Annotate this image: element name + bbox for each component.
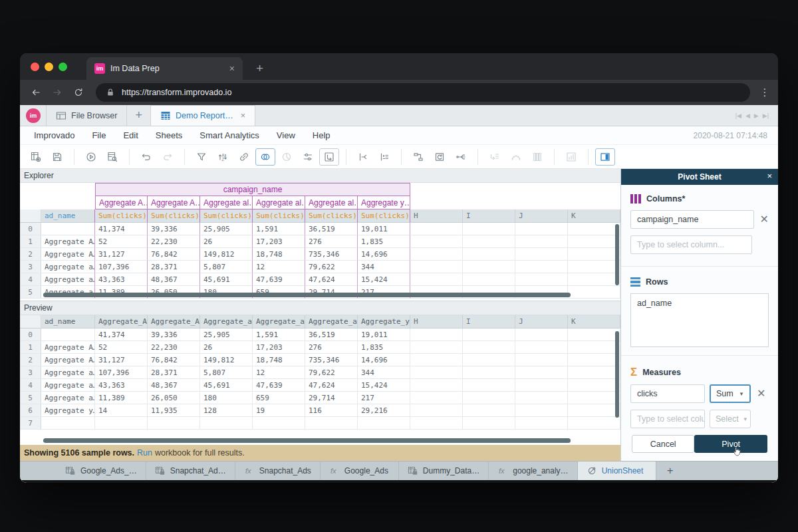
cell-empty[interactable] [568, 404, 620, 417]
close-window-button[interactable] [31, 63, 39, 71]
cell-empty[interactable] [410, 248, 463, 261]
column-letter-header[interactable]: K [568, 209, 620, 223]
cell-value[interactable]: 17,203 [253, 235, 305, 248]
cell-value[interactable]: 22,230 [148, 235, 200, 248]
menu-item-edit[interactable]: Edit [114, 130, 146, 140]
cell-value[interactable]: 29,216 [358, 404, 410, 417]
measure-field-input[interactable]: clicks [630, 384, 705, 403]
cell-value[interactable]: 31,127 [95, 248, 148, 261]
row-number[interactable]: 1 [20, 341, 41, 354]
cell-empty[interactable] [410, 235, 463, 248]
sheet-tab-google_ads[interactable]: fx Google_Ads [321, 462, 399, 480]
cell-empty[interactable] [410, 329, 463, 341]
cell-value[interactable]: 14 [95, 404, 148, 417]
cell-ad-name[interactable]: Aggregate a… [41, 379, 95, 392]
pivot-column-header[interactable]: Aggregate y… [358, 196, 410, 209]
split-icon[interactable] [353, 148, 373, 166]
cell-empty[interactable] [463, 404, 515, 417]
cell-ad-name[interactable]: Aggregate a… [41, 273, 95, 286]
cell-value[interactable] [148, 417, 200, 430]
cell-empty[interactable] [515, 223, 568, 235]
cell-empty[interactable] [463, 392, 515, 404]
column-letter-header[interactable]: J [515, 209, 568, 223]
menu-item-smart-analytics[interactable]: Smart Analytics [191, 130, 268, 140]
row-number[interactable]: 4 [20, 379, 41, 392]
cell-empty[interactable] [515, 354, 568, 366]
horizontal-scrollbar[interactable] [43, 438, 571, 443]
cell-empty[interactable] [463, 261, 515, 273]
cell-value[interactable]: 12 [253, 366, 305, 379]
cell-value[interactable]: 5,807 [200, 261, 253, 273]
cell-value[interactable]: 11,389 [95, 392, 148, 404]
row-number[interactable]: 4 [20, 273, 41, 286]
add-sheet-icon[interactable] [26, 148, 46, 166]
cell-empty[interactable] [463, 354, 515, 366]
cell-empty[interactable] [410, 417, 463, 430]
cell-empty[interactable] [515, 366, 568, 379]
cell-value[interactable]: 14,696 [358, 248, 410, 261]
row-number[interactable]: 6 [20, 404, 41, 417]
menu-item-file[interactable]: File [83, 130, 114, 140]
cell-empty[interactable] [410, 273, 463, 286]
preview-search-icon[interactable] [102, 148, 122, 166]
cell-empty[interactable] [568, 248, 620, 261]
cell-value[interactable]: 18,748 [253, 248, 305, 261]
pivot-column-header[interactable]: Aggregate A… [95, 196, 148, 209]
aggregation-select-disabled[interactable]: Select ▼ [710, 410, 751, 428]
tab-close-icon[interactable]: × [229, 63, 235, 74]
cell-value[interactable]: 344 [358, 261, 410, 273]
tab-file-browser[interactable]: File Browser [46, 105, 127, 126]
browser-menu-icon[interactable]: ⋮ [758, 86, 771, 98]
sheet-tab-snapchat_ad[interactable]: Snapchat_Ad… [146, 462, 235, 480]
add-measure-input[interactable]: Type to select column... [630, 410, 705, 428]
menu-item-improvado[interactable]: Improvado [25, 130, 83, 140]
column-letter-header[interactable]: H [410, 315, 463, 329]
cell-value[interactable]: 26 [200, 235, 253, 248]
cell-value[interactable]: 31,127 [95, 354, 148, 366]
cell-value[interactable]: 19 [253, 404, 305, 417]
add-workbook-tab-button[interactable]: + [127, 108, 150, 122]
cell-value[interactable]: 276 [305, 235, 358, 248]
cell-empty[interactable] [410, 379, 463, 392]
cell-empty[interactable] [568, 273, 620, 286]
cell-empty[interactable] [568, 286, 620, 299]
explorer-grid[interactable]: campaign_nameAggregate A…Aggregate A…Agg… [20, 183, 620, 301]
cell-value[interactable]: 25,905 [200, 223, 253, 235]
merge-icon[interactable] [451, 148, 471, 166]
address-bar[interactable]: https://transform.improvado.io [96, 83, 750, 102]
sheet-tab-unionsheet[interactable]: UnionSheet [578, 462, 656, 480]
preview-column-header[interactable]: Aggregate_a… [253, 315, 305, 329]
sort-icon[interactable]: AZ [213, 148, 233, 166]
vertical-scrollbar[interactable] [615, 331, 619, 418]
cell-empty[interactable] [568, 366, 620, 379]
cell-value[interactable]: 48,367 [148, 379, 200, 392]
union-icon[interactable] [255, 148, 275, 166]
cell-empty[interactable] [463, 417, 515, 430]
column-letter-header[interactable]: I [463, 315, 515, 329]
cell-empty[interactable] [463, 248, 515, 261]
cell-value[interactable]: 47,639 [253, 379, 305, 392]
cell-empty[interactable] [410, 261, 463, 273]
column-letter-header[interactable]: K [568, 315, 620, 329]
preview-column-header[interactable]: Aggregate_a… [200, 315, 253, 329]
measure-header[interactable]: Sum(clicks) [305, 209, 358, 223]
cell-empty[interactable] [515, 341, 568, 354]
cell-empty[interactable] [463, 341, 515, 354]
cell-value[interactable]: 39,336 [148, 329, 200, 341]
browser-tab[interactable]: im Im Data Prep × [86, 57, 243, 80]
cell-empty[interactable] [410, 354, 463, 366]
tab-nav-arrow[interactable]: ◀ [745, 112, 750, 119]
preview-column-header[interactable]: Aggregate_A… [148, 315, 200, 329]
cell-value[interactable]: 47,624 [305, 273, 358, 286]
cell-value[interactable]: 45,691 [200, 273, 253, 286]
rows-listbox[interactable]: ad_name [630, 293, 769, 347]
preview-grid[interactable]: ad_nameAggregate_A…Aggregate_A…Aggregate… [20, 315, 620, 445]
cell-value[interactable]: 17,203 [253, 341, 305, 354]
cell-empty[interactable] [568, 235, 620, 248]
cell-ad-name[interactable]: Aggregate a… [41, 366, 95, 379]
remove-measure-icon[interactable]: ✕ [757, 388, 765, 399]
settings-icon[interactable] [298, 148, 318, 166]
cell-empty[interactable] [410, 404, 463, 417]
cell-value[interactable]: 11,935 [148, 404, 200, 417]
cell-empty[interactable] [568, 392, 620, 404]
